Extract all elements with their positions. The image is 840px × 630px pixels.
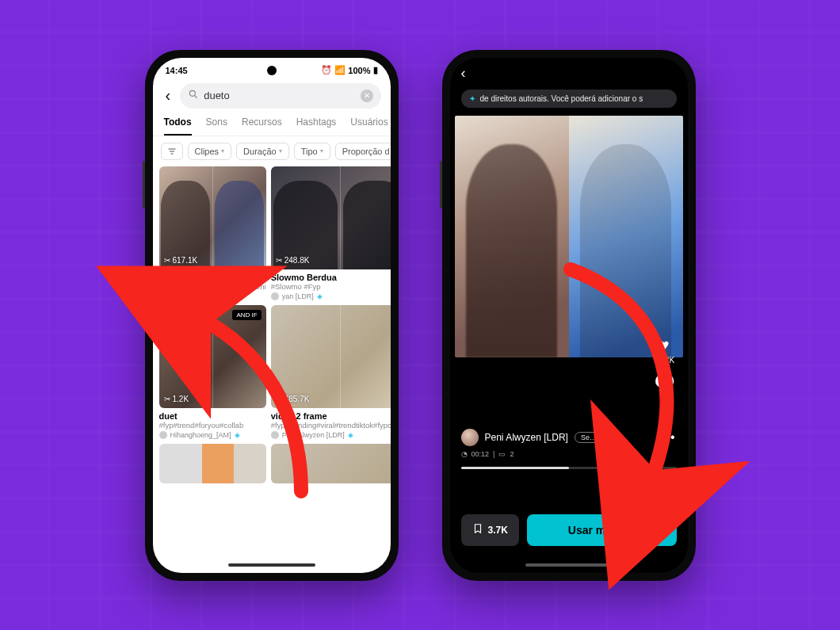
result-tags: #fyp#trending#viral#trendtiktok#fypcapcu…	[271, 421, 391, 430]
gesture-bar	[228, 563, 315, 567]
copyright-banner: ✦ de direitos autorais. Você poderá adic…	[461, 90, 677, 108]
result-tabs: Todos Sons Recursos Hashtags Usuários	[153, 112, 391, 136]
usage-count: ✂248.8K	[276, 256, 310, 265]
gesture-bar	[525, 563, 613, 567]
result-thumbnail: ✂617.1K	[159, 166, 266, 269]
author-name: Peni Alwyzen [LDR]	[485, 432, 568, 443]
result-card[interactable]	[159, 444, 266, 483]
screen-search: 14:45 ⏰ 📶 100% ▮ ‹ dueto ✕	[153, 58, 391, 573]
rocket-icon: ✦	[469, 94, 475, 103]
author-row[interactable]: Peni Alwyzen [LDR] Se…	[461, 429, 603, 446]
filter-clipes[interactable]: Clipes▾	[188, 143, 232, 160]
status-time: 14:45	[166, 66, 188, 75]
use-template-button[interactable]: Usar modelo	[527, 514, 677, 546]
result-thumbnail	[159, 444, 266, 483]
clip-icon: ▭	[498, 450, 506, 458]
like-count: 11.2K	[654, 356, 674, 365]
save-button[interactable]: 3.7K	[461, 514, 519, 546]
filter-proporcao[interactable]: Proporção d	[335, 143, 391, 160]
result-title: duet	[159, 411, 266, 421]
filter-icon[interactable]	[161, 143, 183, 160]
result-card[interactable]: ✂685.7K video 2 frame #fyp#trending#vira…	[271, 305, 391, 439]
progress-bar[interactable]	[461, 467, 677, 469]
camera-punch	[267, 66, 277, 75]
result-card[interactable]: ✂248.8K Slowmo Berdua #Slowmo #Fyp yan […	[271, 166, 391, 300]
filter-duracao[interactable]: Duração▾	[236, 143, 289, 160]
phone-right: ‹ ✦ de direitos autorais. Você poderá ad…	[442, 50, 696, 581]
filter-row: Clipes▾ Duração▾ Tipo▾ Proporção d	[153, 136, 391, 166]
duration-text: 00:12	[472, 450, 490, 458]
save-count: 3.7K	[488, 525, 508, 536]
result-title: video 2 frame	[271, 411, 391, 421]
back-button[interactable]: ‹	[162, 83, 174, 108]
comment-count: 75	[654, 393, 675, 402]
usage-count: ✂617.1K	[164, 256, 198, 265]
heart-icon: ♥	[654, 335, 674, 356]
result-title: Slowmo Berdua	[271, 273, 391, 282]
status-right: ⏰ 📶 100% ▮	[321, 65, 377, 75]
video-preview[interactable]	[455, 116, 683, 357]
scissors-icon: ✂	[164, 395, 170, 403]
result-card[interactable]	[271, 444, 391, 483]
verified-icon: ◈	[235, 431, 240, 439]
progress-fill	[461, 467, 569, 469]
screen-template: ‹ ✦ de direitos autorais. Você poderá ad…	[450, 58, 688, 573]
search-input[interactable]: dueto ✕	[180, 83, 380, 109]
badge-text: AND IF	[232, 310, 261, 320]
result-tags: #fyp#trend#foryou#collab	[159, 421, 266, 430]
bookmark-icon	[472, 523, 483, 536]
author-avatar	[461, 429, 479, 446]
results-grid: ✂617.1K video 2 frame #fyp#trending#vira…	[153, 166, 391, 484]
result-card[interactable]: AND IF ✂1.2K duet #fyp#trend#foryou#coll…	[159, 305, 266, 439]
result-author: Peni Alwyzen [LDR] ◈	[271, 431, 391, 439]
svg-line-1	[195, 96, 197, 98]
result-tags: #Slowmo #Fyp	[271, 282, 391, 291]
back-button[interactable]: ‹	[461, 65, 466, 82]
clip-count: 2	[510, 450, 514, 458]
scissors-icon: ✂	[164, 256, 170, 265]
usage-count: ✂1.2K	[164, 395, 189, 403]
wifi-icon: 📶	[334, 65, 346, 75]
verified-icon: ◈	[348, 431, 353, 439]
follow-button[interactable]: Se…	[575, 432, 603, 443]
battery-icon: ▮	[373, 65, 378, 75]
scissors-icon: ✂	[276, 395, 282, 403]
result-thumbnail: ✂685.7K	[271, 305, 391, 408]
tab-recursos[interactable]: Recursos	[242, 116, 282, 136]
filter-tipo[interactable]: Tipo▾	[294, 143, 330, 160]
author-avatar	[271, 292, 279, 300]
search-icon	[188, 89, 199, 102]
tab-sons[interactable]: Sons	[206, 116, 227, 136]
search-query: dueto	[204, 90, 355, 101]
side-actions: ♥ 11.2K 💬 75	[654, 335, 675, 402]
camera-punch	[564, 66, 574, 75]
result-thumbnail	[271, 444, 391, 483]
like-button[interactable]: ♥ 11.2K	[654, 335, 674, 365]
result-tags: #fyp#trending#viral#oneoooneni	[159, 282, 266, 291]
more-button[interactable]: •••	[659, 430, 677, 445]
banner-text: de direitos autorais. Você poderá adicio…	[480, 94, 643, 103]
result-card[interactable]: ✂617.1K video 2 frame #fyp#trending#vira…	[159, 166, 266, 300]
clear-search-icon[interactable]: ✕	[361, 90, 373, 102]
battery-text: 100%	[348, 66, 370, 75]
scissors-icon: ✂	[276, 256, 282, 265]
author-avatar	[159, 431, 167, 439]
svg-point-0	[190, 90, 196, 96]
usage-count: ✂685.7K	[276, 395, 310, 403]
result-author: Hihanghoeng_[AM] ◈	[159, 431, 266, 439]
result-author: Hihanghoeng_[AM] ◈	[159, 292, 266, 300]
comment-button[interactable]: 💬 75	[654, 372, 675, 402]
result-thumbnail: AND IF ✂1.2K	[159, 305, 266, 408]
result-title: video 2 frame	[159, 273, 266, 282]
comment-icon: 💬	[654, 372, 675, 393]
tab-hashtags[interactable]: Hashtags	[296, 116, 337, 136]
tab-usuarios[interactable]: Usuários	[350, 116, 388, 136]
tab-todos[interactable]: Todos	[164, 116, 192, 136]
author-avatar	[159, 292, 167, 300]
clock-icon: ◔	[461, 450, 468, 458]
alarm-icon: ⏰	[321, 65, 332, 75]
author-avatar	[271, 431, 279, 439]
verified-icon: ◈	[235, 292, 240, 300]
result-thumbnail: ✂248.8K	[271, 166, 391, 269]
phone-left: 14:45 ⏰ 📶 100% ▮ ‹ dueto ✕	[145, 50, 399, 581]
